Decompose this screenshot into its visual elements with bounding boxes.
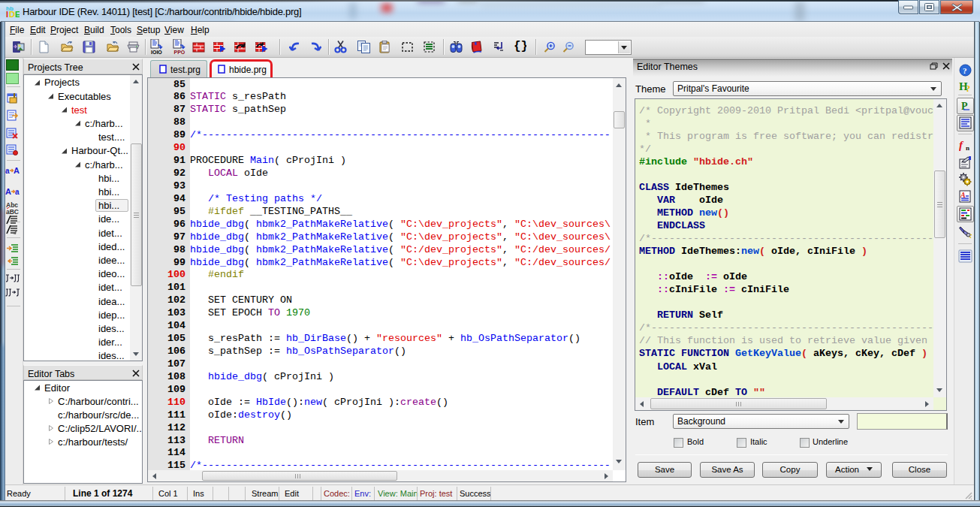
svg-text:{}: {} (514, 40, 526, 52)
svg-text:I: I (6, 10, 8, 18)
svg-text:n: n (966, 144, 969, 151)
svg-text:IOIO: IOIO (151, 50, 162, 55)
svg-text:?: ? (963, 66, 967, 75)
svg-text:a: a (5, 167, 10, 175)
svg-text:?: ? (966, 83, 970, 92)
svg-text:D: D (9, 10, 15, 18)
svg-text:A: A (14, 166, 20, 175)
svg-text:E: E (15, 10, 20, 18)
svg-text:PPO: PPO (174, 50, 185, 55)
svg-text:a: a (15, 188, 20, 196)
svg-text:f: f (959, 139, 964, 151)
svg-text:A: A (5, 187, 11, 196)
svg-text:P: P (961, 101, 968, 112)
